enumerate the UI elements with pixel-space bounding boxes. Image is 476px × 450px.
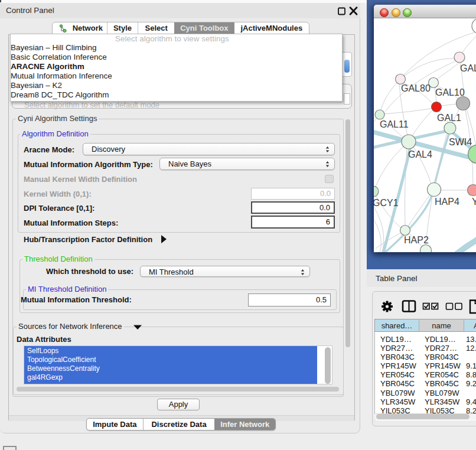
svg-text:Y: Y <box>472 197 476 207</box>
svg-text:GAL4: GAL4 <box>408 149 432 159</box>
svg-text:HAP2: HAP2 <box>404 235 429 245</box>
svg-text:SWI4: SWI4 <box>449 137 472 147</box>
svg-text:GAL80: GAL80 <box>401 83 431 93</box>
svg-text:GAL11: GAL11 <box>380 119 409 129</box>
svg-text:GAL2: GAL2 <box>460 63 476 73</box>
svg-text:GCY1: GCY1 <box>374 198 399 208</box>
svg-text:HAP4: HAP4 <box>435 197 459 207</box>
svg-text:GAL10: GAL10 <box>435 87 465 97</box>
svg-text:GAL1: GAL1 <box>437 113 461 123</box>
